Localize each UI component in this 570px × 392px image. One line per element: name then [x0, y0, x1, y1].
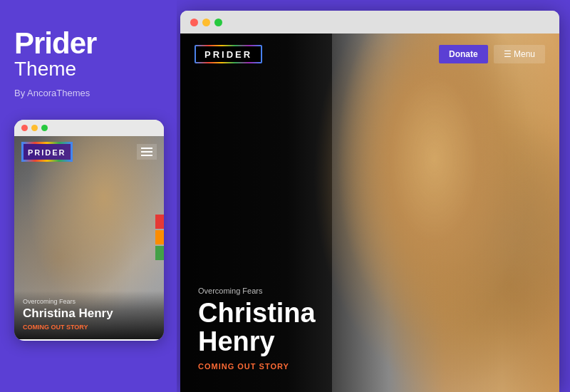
desktop-heading: Christina Henry	[198, 299, 332, 356]
brand-subtitle: Theme	[14, 58, 162, 81]
desktop-navbar: PRIDER Donate ☰ Menu	[180, 33, 559, 75]
mobile-mockup: PRIDER Overcoming Fears Christina Henry	[14, 120, 164, 341]
mobile-logo-text: PRIDER	[28, 148, 66, 157]
desktop-nav-right: Donate ☰ Menu	[439, 45, 545, 63]
desktop-browser-bar	[180, 11, 559, 33]
brand-name: Prider	[14, 29, 162, 58]
desktop-category: Coming Out Story	[198, 362, 332, 371]
hero-person-image	[332, 33, 559, 392]
desktop-dot-red	[190, 19, 198, 26]
side-bar-red	[155, 215, 164, 229]
desktop-dot-yellow	[202, 19, 210, 26]
desktop-content: PRIDER Donate ☰ Menu Overcoming Fears Ch…	[180, 33, 559, 392]
desktop-overlay: Overcoming Fears Christina Henry Coming …	[180, 33, 332, 392]
mobile-dot-yellow	[31, 125, 38, 131]
donate-button[interactable]: Donate	[439, 45, 488, 63]
hamburger-line-3	[141, 155, 152, 156]
desktop-mockup: PRIDER Donate ☰ Menu Overcoming Fears Ch…	[180, 11, 559, 392]
hamburger-line-2	[141, 151, 152, 153]
brand-by: By AncoraThemes	[14, 88, 162, 98]
mobile-logo-box: PRIDER	[21, 142, 73, 162]
left-panel: Prider Theme By AncoraThemes PRIDER	[0, 0, 177, 392]
mobile-navbar: PRIDER	[14, 136, 164, 167]
desktop-logo-box: PRIDER	[195, 45, 262, 63]
mobile-browser-bar	[14, 120, 164, 136]
mobile-content: PRIDER Overcoming Fears Christina Henry	[14, 136, 164, 339]
side-bar-green	[155, 246, 164, 260]
mobile-side-bars	[155, 215, 164, 260]
desktop-logo-text: PRIDER	[204, 49, 252, 60]
side-bar-orange	[155, 230, 164, 244]
mobile-dot-red	[21, 125, 28, 131]
mobile-category: Coming Out Story	[23, 324, 155, 331]
mobile-heading: Christina Henry	[23, 307, 155, 321]
mobile-overlay: Overcoming Fears Christina Henry Coming …	[14, 291, 164, 339]
mobile-tag: Overcoming Fears	[23, 298, 155, 305]
hamburger-line-1	[141, 148, 152, 149]
desktop-dot-green	[214, 19, 222, 26]
mobile-menu-button[interactable]	[137, 144, 157, 160]
menu-button[interactable]: ☰ Menu	[494, 45, 545, 63]
desktop-tag: Overcoming Fears	[198, 287, 332, 295]
mobile-dot-green	[41, 125, 48, 131]
